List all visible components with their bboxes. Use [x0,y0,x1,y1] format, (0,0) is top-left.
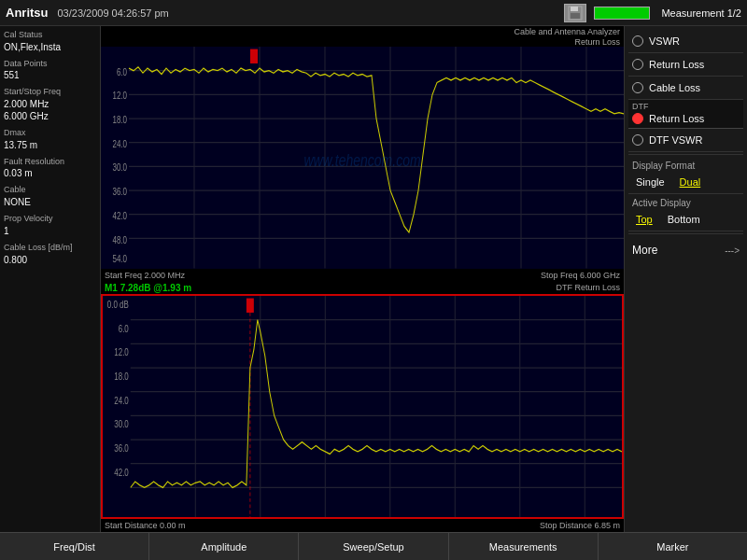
svg-rect-27 [250,49,258,63]
display-format-title: Display Format [632,161,740,171]
prop-velocity-block: Prop Velocity 1 [4,214,96,237]
svg-text:6.0: 6.0 [119,323,129,333]
display-format-single[interactable]: Single [632,175,669,189]
svg-text:36.0: 36.0 [114,442,128,453]
tab-measurements[interactable]: Measurements [449,533,599,560]
cable-loss-button[interactable]: Cable Loss [628,77,743,100]
dtf-return-loss-label: Return Loss [649,113,704,124]
top-chart-svg: 6.0 12.0 18.0 24.0 30.0 36.0 42.0 48.0 5… [101,47,624,269]
vswr-radio [632,35,643,47]
start-freq-value: 2.000 MHz [4,98,96,110]
return-loss-radio [632,59,643,70]
top-chart-measurement-label: Return Loss [574,37,620,47]
datetime-display: 03/23/2009 04:26:57 pm [58,7,565,19]
bottom-chart-svg: 0.0 dB 6.0 12.0 18.0 24.0 30.0 36.0 42.0 [103,296,622,518]
fault-resolution-block: Fault Resolution 0.03 m [4,157,96,180]
cable-block: Cable NONE [4,185,96,208]
display-format-section: Display Format Single Dual [628,157,743,194]
more-label: More [632,244,657,257]
cable-label: Cable [4,185,96,196]
active-display-top[interactable]: Top [632,212,656,227]
data-points-label: Data Points [4,59,96,70]
start-stop-freq-label: Start/Stop Freq [4,87,96,98]
prop-velocity-value: 1 [4,225,96,237]
svg-text:18.0: 18.0 [114,371,128,381]
battery-indicator [594,7,650,20]
stop-distance-label: Stop Distance 6.85 m [540,521,620,530]
svg-text:36.0: 36.0 [112,187,127,197]
svg-text:30.0: 30.0 [114,419,128,429]
cable-loss-radio [632,82,643,93]
center-area: Cable and Antenna Analyzer Return Loss [101,26,624,532]
more-arrow: ---> [725,245,740,256]
svg-text:6.0: 6.0 [117,67,127,77]
main-area: Cal Status ON,Flex,Insta Data Points 551… [0,26,747,532]
stop-freq-value: 6.000 GHz [4,110,96,122]
tab-amplitude[interactable]: Amplitude [149,533,299,560]
dtf-vswr-label: DTF VSWR [649,134,702,146]
cable-loss-label: Cable Loss [dB/m] [4,243,96,254]
active-display-options: Top Bottom [632,212,740,227]
dtf-vswr-radio [632,134,643,146]
svg-text:42.0: 42.0 [112,211,127,221]
bottom-chart-measurement-label: DTF Return Loss [556,283,620,292]
tab-freq-dist[interactable]: Freq/Dist [0,533,149,560]
svg-text:12.0: 12.0 [112,91,127,102]
display-format-options: Single Dual [632,175,740,189]
svg-text:24.0: 24.0 [114,395,128,405]
bottom-tabs: Freq/Dist Amplitude Sweep/Setup Measurem… [0,532,747,560]
svg-rect-1 [571,7,578,11]
cal-status-block: Cal Status ON,Flex,Insta [4,30,96,53]
start-stop-freq-block: Start/Stop Freq 2.000 MHz 6.000 GHz [4,87,96,122]
dmax-value: 13.75 m [4,139,96,151]
freq-bar: Start Freq 2.000 MHz Stop Freq 6.000 GHz [101,269,624,282]
active-display-title: Active Display [632,198,740,208]
top-bar: Anritsu 03/23/2009 04:26:57 pm Measureme… [0,0,747,26]
svg-text:48.0: 48.0 [112,235,127,245]
svg-rect-52 [247,298,254,312]
cal-status-label: Cal Status [4,30,96,41]
data-points-value: 551 [4,69,96,81]
start-freq-label: Start Freq 2.000 MHz [105,271,185,280]
svg-text:42.0: 42.0 [114,467,128,477]
fault-resolution-label: Fault Resolution [4,157,96,168]
svg-text:24.0: 24.0 [112,139,127,149]
display-format-dual[interactable]: Dual [676,175,705,189]
dmax-block: Dmax 13.75 m [4,128,96,151]
dmax-label: Dmax [4,128,96,139]
svg-text:12.0: 12.0 [114,347,128,357]
svg-text:0.0 dB: 0.0 dB [107,299,129,309]
cal-status-value: ON,Flex,Insta [4,41,96,53]
separator-1 [628,154,743,155]
svg-text:18.0: 18.0 [112,115,127,125]
tab-sweep-setup[interactable]: Sweep/Setup [299,533,448,560]
dtf-return-loss-radio [632,113,643,124]
start-distance-label: Start Distance 0.00 m [105,521,186,530]
brand-logo: Anritsu [6,6,49,20]
return-loss-button[interactable]: Return Loss [628,53,743,77]
stop-freq-label: Stop Freq 6.000 GHz [541,271,620,280]
active-display-section: Active Display Top Bottom [628,194,743,231]
right-panel: VSWR Return Loss Cable Loss DTF Return L… [624,26,747,532]
svg-rect-2 [571,13,580,19]
marker-bar: M1 7.28dB @1.93 m DTF Return Loss [101,282,624,294]
save-icon[interactable] [564,4,586,22]
vswr-label: VSWR [649,35,680,47]
tab-marker[interactable]: Marker [599,533,747,560]
svg-text:www.tehencom.com: www.tehencom.com [303,151,420,170]
cable-loss-block: Cable Loss [dB/m] 0.800 [4,243,96,266]
dtf-return-loss-button[interactable]: Return Loss [632,111,740,126]
cable-loss-value: 0.800 [4,254,96,266]
prop-velocity-label: Prop Velocity [4,214,96,225]
left-panel: Cal Status ON,Flex,Insta Data Points 551… [0,26,101,532]
svg-text:54.0: 54.0 [112,254,127,264]
cable-value: NONE [4,196,96,208]
return-loss-label: Return Loss [649,59,704,70]
more-button[interactable]: More ---> [628,236,743,264]
vswr-button[interactable]: VSWR [628,30,743,53]
dtf-vswr-button[interactable]: DTF VSWR [628,129,743,152]
separator-2 [628,233,743,234]
data-points-block: Data Points 551 [4,59,96,82]
distance-bar: Start Distance 0.00 m Stop Distance 6.85… [101,519,624,532]
active-display-bottom[interactable]: Bottom [664,212,704,227]
